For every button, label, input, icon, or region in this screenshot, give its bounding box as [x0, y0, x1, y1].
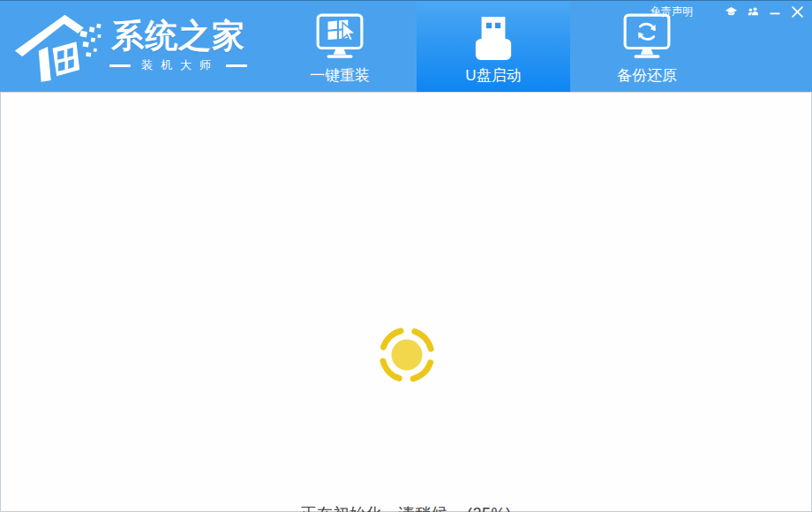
app-logo: 系统之家 装机大师 — [14, 6, 247, 86]
monitor-windows-cursor-icon — [314, 11, 365, 62]
tab-label: 备份还原 — [617, 68, 677, 83]
subtitle-right-dash — [226, 64, 247, 67]
user-group-icon[interactable] — [746, 4, 760, 19]
main-content-panel: 正在初始化，请稍候... (25%) — [0, 92, 812, 512]
logo-title: 系统之家 — [111, 19, 245, 55]
subtitle-left-dash — [109, 64, 131, 67]
tab-usb-boot[interactable]: U盘启动 — [417, 1, 570, 93]
tab-label: 一键重装 — [310, 68, 370, 83]
minimize-icon[interactable] — [768, 4, 782, 19]
yellow-ring-spinner-icon — [374, 322, 440, 388]
disclaimer-link[interactable]: 免责声明 — [650, 4, 693, 19]
logo-text: 系统之家 装机大师 — [109, 19, 247, 74]
initialization-status-text: 正在初始化，请稍候... (25%) — [1, 503, 811, 512]
titlebar-controls: 免责声明 — [650, 4, 804, 19]
pixel-house-logo-icon — [14, 6, 104, 86]
usb-drive-icon — [473, 11, 514, 62]
app-window: 系统之家 装机大师 — [0, 0, 812, 512]
close-icon[interactable] — [790, 4, 804, 19]
logo-subtitle-text: 装机大师 — [138, 57, 219, 73]
tab-label: U盘启动 — [465, 68, 521, 83]
header-bar: 系统之家 装机大师 — [0, 0, 812, 92]
graduation-cap-icon[interactable] — [724, 4, 738, 19]
tab-one-key-reinstall[interactable]: 一键重装 — [263, 1, 417, 93]
logo-subtitle: 装机大师 — [109, 57, 247, 73]
